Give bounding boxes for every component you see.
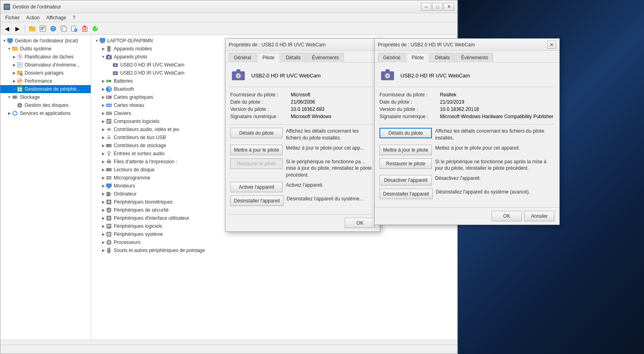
expand-stockage: ▼ [7, 95, 12, 100]
dialog-1-tab-general[interactable]: Général [229, 53, 256, 62]
window-controls: ─ □ ✕ [421, 3, 454, 11]
dialog-1-tab-details[interactable]: Détails [281, 53, 306, 62]
tree-item-stockage[interactable]: ▼ Stockage [0, 93, 91, 101]
svg-text:↺: ↺ [93, 25, 97, 31]
dialog-2-tab-evenements[interactable]: Évènements [456, 53, 493, 62]
tree-label-outils: Outils système [20, 46, 52, 52]
dialog-2-tab-pilote[interactable]: Pilote [406, 53, 429, 62]
menu-affichage[interactable]: Affichage [43, 14, 69, 21]
expand-outils: ▼ [7, 46, 12, 51]
dialog-1-ok-btn[interactable]: OK [345, 218, 375, 228]
svg-rect-23 [9, 42, 11, 43]
device-cpu[interactable]: ▶ Processeurs [93, 238, 456, 246]
svg-rect-126 [111, 243, 112, 244]
dialog-1-date-value: 21/06/2006 [291, 99, 375, 105]
tree-item-root[interactable]: ▼ Gestion de l'ordinateur (local) [0, 37, 91, 45]
dialog-1-tab-evenements[interactable]: Évènements [306, 53, 344, 62]
export-button[interactable]: ↑ [69, 24, 79, 33]
dialog-1-details-btn[interactable]: Détails du pilote [230, 128, 283, 138]
tree-item-devmgr[interactable]: – Gestionnaire de périphé... [0, 85, 91, 93]
menu-fichier[interactable]: Fichier [2, 14, 23, 21]
close-button[interactable]: ✕ [444, 3, 454, 11]
dialog-2-btn-row-3: Restaurer le pilote Si le périphérique n… [379, 158, 554, 172]
stockage-icon [12, 94, 18, 100]
dialog-2-update-btn[interactable]: Mettre à jour le pilote [379, 145, 432, 155]
device-mouse[interactable]: ▶ Souris et autres périphériques de poin… [93, 246, 456, 254]
tree-item-observ[interactable]: ▶ Observateur d'événeme... [0, 61, 91, 69]
firmware-label: Microprogramme [114, 175, 150, 181]
tree-item-planif[interactable]: ▶ Planificateur de tâches [0, 53, 91, 61]
svg-rect-40 [20, 87, 22, 89]
expand-planif: ▶ [12, 54, 17, 59]
svg-rect-94 [108, 159, 110, 161]
monitors-label: Moniteurs [114, 183, 135, 189]
dialog-2-footer: OK Annuler [375, 207, 559, 225]
dialog-2-tab-general[interactable]: Général [378, 53, 406, 62]
menu-aide[interactable]: ? [69, 14, 79, 21]
dialog-2-close-btn[interactable]: ✕ [547, 41, 556, 49]
print-label: Files d'attente à l'impression : [114, 159, 177, 165]
tree-item-outils[interactable]: ▼ Outils système [0, 45, 91, 53]
expand-devmgr: – [12, 87, 17, 92]
services-icon [12, 110, 18, 117]
dialog-2-tabs: Général Pilote Détails Évènements [375, 51, 559, 62]
dialog-2-btn-row-2: Mettre à jour le pilote Mettez à jour le… [379, 145, 554, 155]
tree-item-perf[interactable]: ▶ Performance [0, 77, 91, 85]
minimize-button[interactable]: ─ [421, 3, 431, 11]
gpu-label: Cartes graphiques [114, 94, 153, 100]
dialog-1-activate-btn[interactable]: Activer l'appareil [230, 182, 283, 192]
dialog-2-tab-details[interactable]: Détails [430, 53, 455, 62]
dialog-1-uninstall-btn[interactable]: Désinstaller l'appareil [230, 196, 283, 206]
new-window-button[interactable] [59, 24, 69, 33]
svg-rect-103 [108, 187, 110, 188]
horizontal-scrollbar[interactable] [0, 340, 457, 345]
tree-item-diskgmt[interactable]: Gestion des disques [0, 101, 91, 109]
dialog-1-btn-row-2: Mettre à jour le pilote Mettez à jour le… [230, 145, 375, 155]
menu-action[interactable]: Action [23, 14, 43, 21]
dialog-2-restore-btn[interactable]: Restaurer le pilote [379, 158, 432, 169]
svg-rect-127 [108, 248, 109, 250]
svg-point-46 [19, 104, 21, 106]
computer-name: LAPTOP-0LPAP9MN [107, 38, 153, 44]
dialog-2: Propriétés de : USB2.0 HD IR UVC WebCam … [374, 38, 560, 225]
dialog-2-details-btn[interactable]: Détails du pilote [379, 128, 432, 138]
dialog-1-fournisseur-label: Fournisseur du pilote : [230, 92, 291, 98]
dialog-1-separator [230, 124, 375, 125]
dialog-1-update-btn[interactable]: Mettre à jour le pilote [230, 145, 283, 155]
svg-rect-78 [108, 112, 108, 113]
dialog-1-btn-row-3: Restaurer le pilote Si le périphérique n… [230, 158, 375, 179]
tree-item-partage[interactable]: ▶ Dossiers partagés [0, 69, 91, 77]
usb-label: Contrôleurs de bus USB [114, 135, 166, 140]
svg-rect-106 [110, 193, 111, 196]
dialog-2-ok-btn[interactable]: OK [492, 211, 522, 221]
dialog-1-activate-desc: Activez l'appareil. [286, 182, 375, 189]
maximize-button[interactable]: □ [432, 3, 443, 11]
svg-rect-96 [108, 163, 109, 163]
outils-icon [12, 46, 18, 52]
forward-button[interactable]: ▶ [13, 24, 22, 33]
dialog-2-uninstall-btn[interactable]: Désinstaller l'appareil [379, 189, 433, 199]
svg-rect-71 [107, 96, 109, 98]
folder-button[interactable] [27, 24, 37, 33]
help-button[interactable]: ? [48, 24, 58, 33]
dialog-2-date-row: Date du pilote : 21/10/2019 [379, 99, 554, 105]
dialog-1-tab-pilote[interactable]: Pilote [257, 53, 280, 62]
svg-rect-66 [111, 81, 112, 81]
svg-rect-84 [107, 122, 109, 123]
svg-rect-6 [41, 27, 45, 28]
dialog-1-restore-btn[interactable]: Restaurer le pilote [230, 158, 283, 169]
dialog-2-btn-row-4: Désactiver l'appareil Désactivez l'appar… [379, 175, 554, 185]
tree-item-services[interactable]: ▶ Services et applications [0, 109, 91, 117]
svg-rect-104 [107, 188, 111, 188]
properties-button[interactable] [38, 24, 48, 33]
dialog-2-cancel-btn[interactable]: Annuler [524, 211, 554, 221]
delete-button[interactable] [80, 24, 90, 33]
back-button[interactable]: ◀ [2, 24, 12, 33]
hid-label: Périphériques d'interface utilisateur [114, 215, 189, 221]
refresh-button[interactable]: ↺ [90, 24, 100, 33]
dialog-2-deactivate-btn[interactable]: Désactiver l'appareil [379, 175, 432, 185]
dialog-1-update-desc: Mettez à jour le pilote pour cet app... [286, 145, 375, 152]
svg-rect-33 [18, 66, 20, 66]
svg-rect-77 [106, 112, 107, 113]
expand-observ: ▶ [12, 62, 17, 67]
